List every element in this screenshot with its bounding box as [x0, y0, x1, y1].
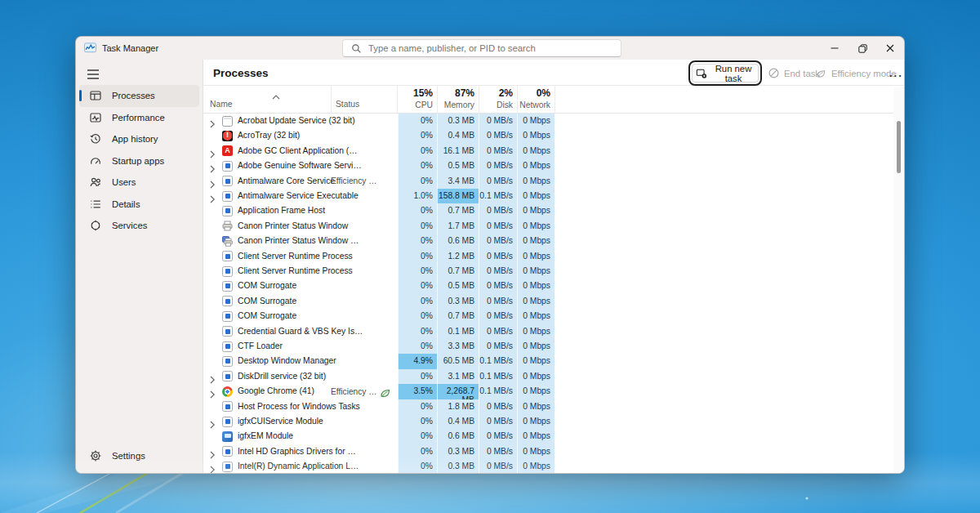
search-placeholder: Type a name, publisher, or PID to search: [368, 43, 536, 53]
column-header-cpu[interactable]: 15% CPU: [398, 86, 437, 114]
process-row[interactable]: COM Surrogate0%0.5 MB0 MB/s0 Mbps: [203, 279, 893, 293]
column-header-status[interactable]: Status: [336, 100, 359, 109]
expand-chevron-icon[interactable]: [209, 448, 217, 456]
process-row[interactable]: Client Server Runtime Process0%1.2 MB0 M…: [203, 249, 893, 264]
process-row[interactable]: CTF Loader0%3.3 MB0 MB/s0 Mbps: [203, 339, 893, 354]
process-name: Intel HD Graphics Drivers for …: [238, 447, 356, 456]
sidebar-item-label: App history: [112, 134, 158, 144]
disk-cell: 0 MB/s: [479, 399, 517, 414]
generic-process-icon: [222, 326, 233, 337]
process-row[interactable]: Client Server Runtime Process0%0.7 MB0 M…: [203, 264, 893, 279]
process-row[interactable]: AcroTray (32 bit)0%0.4 MB0 MB/s0 Mbps: [203, 128, 893, 143]
header-divider: [555, 86, 555, 113]
sidebar-item-settings[interactable]: Settings: [79, 445, 199, 467]
generic-process-icon: [222, 356, 233, 367]
memory-cell: 1.8 MB: [437, 399, 479, 414]
column-header-name[interactable]: Name: [210, 100, 232, 109]
search-icon: [351, 43, 362, 54]
network-cell: 0 Mbps: [517, 174, 555, 189]
process-row[interactable]: Credential Guard & VBS Key Is…0%0.1 MB0 …: [203, 324, 893, 339]
process-name: Adobe Genuine Software Servi…: [238, 161, 362, 170]
chrome-process-icon: [222, 386, 233, 397]
process-row[interactable]: DiskDrill service (32 bit)0%3.1 MB0.1 MB…: [203, 369, 893, 384]
disk-cell: 0 MB/s: [479, 203, 517, 218]
startup-icon: [89, 154, 102, 167]
process-row[interactable]: Application Frame Host0%0.7 MB0 MB/s0 Mb…: [203, 203, 893, 218]
navigation-menu-button[interactable]: [81, 65, 105, 84]
sidebar-item-startup-apps[interactable]: Startup apps: [79, 150, 199, 172]
process-name: igfxEM Module: [238, 431, 293, 440]
window-controls: [821, 37, 904, 60]
search-input[interactable]: Type a name, publisher, or PID to search: [342, 39, 621, 57]
more-options-button[interactable]: ...: [886, 64, 905, 83]
expand-chevron-icon[interactable]: [209, 162, 217, 170]
disk-cell: 0 MB/s: [479, 279, 517, 293]
column-header-memory[interactable]: 87% Memory: [437, 86, 479, 114]
memory-cell: 0.5 MB: [437, 158, 479, 173]
network-cell: 0 Mbps: [517, 234, 555, 248]
disk-cell: 0 MB/s: [479, 459, 517, 473]
process-name: Canon Printer Status Window …: [238, 236, 359, 245]
process-row[interactable]: Acrobat Update Service (32 bit)0%0.3 MB0…: [203, 114, 893, 128]
network-cell: 0 Mbps: [517, 264, 555, 279]
expand-chevron-icon[interactable]: [209, 177, 217, 185]
process-row[interactable]: Desktop Window Manager4.9%60.5 MB0.1 MB/…: [203, 354, 893, 368]
process-name: COM Surrogate: [238, 311, 296, 320]
sidebar-item-processes[interactable]: Processes: [79, 85, 199, 107]
expand-chevron-icon[interactable]: [209, 387, 217, 395]
process-name: COM Surrogate: [238, 297, 296, 306]
process-row[interactable]: COM Surrogate0%0.3 MB0 MB/s0 Mbps: [203, 294, 893, 309]
minimize-button[interactable]: [821, 37, 849, 60]
window-process-icon: [222, 116, 233, 127]
generic-process-icon: [222, 311, 233, 322]
process-row[interactable]: Canon Printer Status Window …0%0.6 MB0 M…: [203, 234, 893, 248]
sidebar-item-performance[interactable]: Performance: [79, 107, 199, 129]
process-row[interactable]: igfxEM Module0%0.6 MB0 MB/s0 Mbps: [203, 429, 893, 444]
process-row[interactable]: igfxCUIService Module0%0.4 MB0 MB/s0 Mbp…: [203, 414, 893, 429]
sidebar-item-app-history[interactable]: App history: [79, 128, 199, 150]
process-name: Credential Guard & VBS Key Is…: [238, 327, 363, 336]
disk-cell: 0 MB/s: [479, 324, 517, 339]
process-name: Host Process for Windows Tasks: [238, 402, 360, 411]
process-row[interactable]: Antimalware Service Executable1.0%158.8 …: [203, 189, 893, 203]
process-status: Efficiency …: [331, 387, 376, 396]
network-cell: 0 Mbps: [517, 294, 555, 309]
column-header-disk[interactable]: 2% Disk: [479, 86, 517, 114]
expand-chevron-icon[interactable]: [209, 462, 217, 471]
disk-cell: 0 MB/s: [479, 174, 517, 189]
selected-accent-bar: [79, 90, 82, 101]
process-row[interactable]: Intel HD Graphics Drivers for …0%0.3 MB0…: [203, 444, 893, 459]
expand-chevron-icon[interactable]: [209, 117, 217, 125]
process-row[interactable]: Adobe GC Client Application (…0%16.1 MB0…: [203, 144, 893, 158]
network-cell: 0 Mbps: [517, 279, 555, 293]
memory-cell: 3.4 MB: [437, 174, 479, 189]
process-row[interactable]: Google Chrome (41)Efficiency …3.5%2,268.…: [203, 384, 893, 399]
sidebar-item-label: Startup apps: [112, 156, 164, 166]
column-header-network[interactable]: 0% Network: [517, 86, 555, 114]
cpu-cell: 0%: [398, 264, 437, 279]
process-row[interactable]: Adobe Genuine Software Servi…0%0.5 MB0 M…: [203, 158, 893, 173]
process-row[interactable]: Antimalware Core ServiceEfficiency …0%3.…: [203, 174, 893, 189]
expand-chevron-icon[interactable]: [209, 372, 217, 381]
sort-ascending-icon[interactable]: [272, 88, 280, 103]
restore-button[interactable]: [849, 37, 876, 60]
title-bar: Task Manager Type a name, publisher, or …: [76, 37, 904, 60]
process-row[interactable]: Host Process for Windows Tasks0%1.8 MB0 …: [203, 399, 893, 414]
expand-chevron-icon[interactable]: [209, 417, 217, 426]
run-new-task-button[interactable]: Run new task: [692, 64, 759, 83]
generic-process-icon: [222, 281, 233, 292]
disk-cell: 0 MB/s: [479, 158, 517, 173]
cpu-cell: 0%: [398, 459, 437, 473]
process-row[interactable]: Canon Printer Status Window0%1.7 MB0 MB/…: [203, 219, 893, 234]
expand-chevron-icon[interactable]: [209, 147, 217, 155]
sidebar-item-users[interactable]: Users: [79, 172, 199, 194]
expand-chevron-icon[interactable]: [209, 192, 217, 200]
process-row[interactable]: Intel(R) Dynamic Application L…0%0.3 MB0…: [203, 459, 893, 473]
scrollbar-thumb[interactable]: [897, 121, 901, 173]
close-button[interactable]: [876, 37, 904, 60]
sidebar-item-services[interactable]: Services: [79, 215, 199, 237]
vertical-scrollbar[interactable]: [893, 87, 904, 473]
sidebar-item-details[interactable]: Details: [79, 194, 199, 216]
generic-process-icon: [222, 417, 233, 427]
process-row[interactable]: COM Surrogate0%0.7 MB0 MB/s0 Mbps: [203, 309, 893, 323]
